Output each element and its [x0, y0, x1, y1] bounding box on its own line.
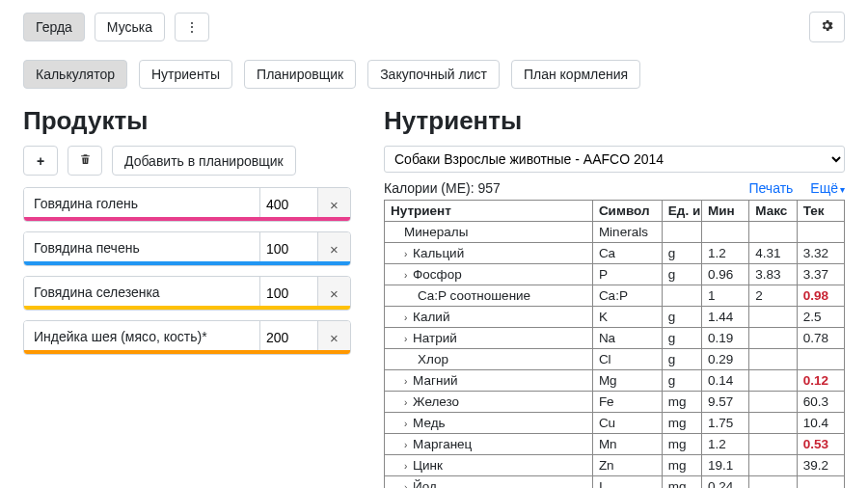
nutrient-symbol: Ca:P: [592, 285, 662, 307]
table-row: › МарганецMnmg1.20.53: [385, 434, 845, 455]
profile-select[interactable]: Собаки Взрослые животные - AAFCO 2014: [384, 146, 845, 173]
section-tab[interactable]: План кормления: [511, 60, 640, 89]
nutrient-unit: mg: [662, 455, 701, 476]
more-link[interactable]: Ещё▾: [810, 180, 845, 196]
table-row: › МагнийMgg0.140.12: [385, 370, 845, 392]
nutrient-unit: g: [662, 328, 701, 349]
product-name[interactable]: Индейка шея (мясо, кость)*: [24, 321, 259, 354]
close-icon: ×: [330, 241, 339, 258]
product-remove-button[interactable]: ×: [317, 321, 350, 354]
nutrient-name: › Кальций: [391, 246, 464, 260]
nutrient-cur: 0.53: [797, 434, 844, 455]
nutrient-unit: g: [662, 307, 701, 328]
nutrient-min: 1: [701, 285, 748, 307]
chevron-right-icon[interactable]: ›: [404, 419, 407, 429]
nutrient-symbol: I: [592, 476, 662, 489]
product-qty-input[interactable]: [259, 321, 317, 354]
nutrient-cur: 3.32: [797, 243, 844, 264]
product-qty-input[interactable]: [259, 232, 317, 265]
nutrient-name: › Фосфор: [391, 267, 462, 282]
nutrient-max: [749, 307, 797, 328]
chevron-right-icon[interactable]: ›: [404, 312, 407, 323]
product-name[interactable]: Говядина голень: [24, 188, 259, 221]
section-tab[interactable]: Планировщик: [244, 60, 356, 89]
nutrient-cur: 10.4: [797, 413, 844, 434]
table-row: › НатрийNag0.190.78: [385, 328, 845, 349]
nutrient-symbol: P: [592, 264, 662, 285]
nutrient-min: 0.19: [701, 328, 748, 349]
print-link[interactable]: Печать: [748, 180, 793, 196]
product-color-bar: [24, 350, 350, 354]
nutrient-max: 4.31: [749, 243, 797, 264]
table-row: › ЦинкZnmg19.139.2: [385, 455, 845, 476]
product-qty-input[interactable]: [259, 277, 317, 310]
nutrient-symbol: Minerals: [592, 222, 662, 243]
nutrient-max: [749, 222, 797, 243]
table-row: › ЖелезоFemg9.5760.3: [385, 392, 845, 413]
chevron-right-icon[interactable]: ›: [404, 461, 407, 472]
section-tab[interactable]: Нутриенты: [139, 60, 232, 89]
section-tab[interactable]: Закупочный лист: [367, 60, 500, 89]
product-color-bar: [24, 217, 350, 221]
nutrients-table: Нутриент Символ Ед. и Мин Макс Тек Минер…: [384, 200, 845, 488]
nutrient-unit: [662, 222, 701, 243]
nutrient-min: [701, 222, 748, 243]
nutrient-name: › Железо: [391, 394, 459, 409]
chevron-right-icon[interactable]: ›: [404, 376, 407, 387]
product-remove-button[interactable]: ×: [317, 277, 350, 310]
table-row: › ФосфорPg0.963.833.37: [385, 264, 845, 285]
table-row: ХлорClg0.29: [385, 349, 845, 370]
nutrient-max: [749, 455, 797, 476]
chevron-right-icon[interactable]: ›: [404, 334, 407, 344]
table-header-row: Нутриент Символ Ед. и Мин Макс Тек: [385, 201, 845, 222]
nutrient-min: 0.29: [701, 349, 748, 370]
nutrient-max: [749, 476, 797, 489]
gear-icon: [820, 20, 834, 36]
chevron-right-icon[interactable]: ›: [404, 397, 407, 408]
nutrient-symbol: Mn: [592, 434, 662, 455]
nutrient-name: › Калий: [391, 310, 449, 324]
nutrient-min: 9.57: [701, 392, 748, 413]
more-link-label: Ещё: [810, 180, 838, 196]
nutrient-name: Хлор: [391, 352, 448, 366]
product-remove-button[interactable]: ×: [317, 232, 350, 265]
add-product-button[interactable]: +: [23, 146, 58, 176]
close-icon: ×: [330, 330, 339, 346]
product-remove-button[interactable]: ×: [317, 188, 350, 221]
nutrient-name: › Натрий: [391, 331, 457, 345]
nutrient-unit: [662, 285, 701, 307]
section-tabs: КалькуляторНутриентыПланировщикЗакупочны…: [23, 60, 845, 89]
th-unit: Ед. и: [662, 201, 701, 222]
chevron-right-icon[interactable]: ›: [404, 440, 407, 450]
nutrient-cur: [797, 476, 844, 489]
product-qty-input[interactable]: [259, 188, 317, 221]
product-color-bar: [24, 261, 350, 265]
pet-tab[interactable]: Муська: [95, 13, 165, 41]
product-name[interactable]: Говядина селезенка: [24, 277, 259, 310]
nutrient-unit: g: [662, 349, 701, 370]
nutrient-cur: 0.78: [797, 328, 844, 349]
chevron-right-icon[interactable]: ›: [404, 482, 407, 488]
nutrient-max: [749, 328, 797, 349]
nutrient-max: [749, 413, 797, 434]
chevron-right-icon[interactable]: ›: [404, 270, 407, 281]
nutrient-symbol: Na: [592, 328, 662, 349]
table-row: Ca:P соотношениеCa:P120.98: [385, 285, 845, 307]
nutrient-unit: g: [662, 370, 701, 392]
section-tab[interactable]: Калькулятор: [23, 60, 127, 89]
table-row: МинералыMinerals: [385, 222, 845, 243]
delete-product-button[interactable]: [68, 146, 102, 176]
pet-tab[interactable]: Герда: [23, 13, 85, 41]
nutrient-unit: mg: [662, 392, 701, 413]
add-to-planner-button[interactable]: Добавить в планировщик: [112, 146, 296, 176]
product-item: Говядина печень×: [23, 231, 351, 266]
nutrient-min: 0.14: [701, 370, 748, 392]
nutrient-cur: 0.12: [797, 370, 844, 392]
product-item: Говядина голень×: [23, 187, 351, 222]
product-name[interactable]: Говядина печень: [24, 232, 259, 265]
nutrient-min: 1.2: [701, 434, 748, 455]
chevron-right-icon[interactable]: ›: [404, 249, 407, 259]
more-pets-button[interactable]: ⋮: [175, 13, 209, 41]
settings-button[interactable]: [809, 12, 845, 42]
close-icon: ×: [330, 285, 339, 302]
